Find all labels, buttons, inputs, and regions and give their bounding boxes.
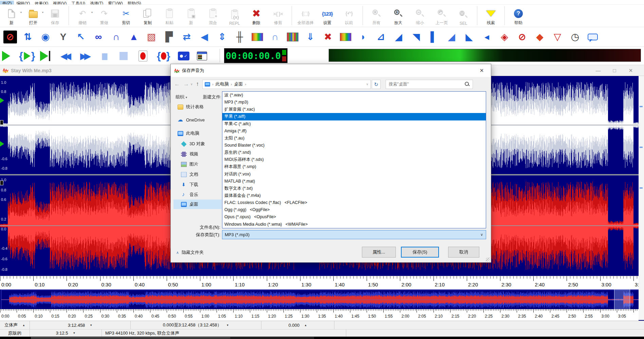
缩小-button[interactable]: −缩小: [409, 5, 431, 26]
save-button[interactable]: 保存(S): [401, 247, 439, 258]
forward-icon[interactable]: →: [183, 81, 189, 88]
record-button[interactable]: [139, 49, 147, 63]
format-option[interactable]: 苹果-C (*.aifc): [222, 120, 486, 128]
format-option[interactable]: MP3 (*.mp3): [222, 99, 486, 106]
dialog-titlebar[interactable]: 保存声音为: [171, 64, 491, 77]
split-down-icon[interactable]: ⇓: [301, 30, 319, 44]
pause-button[interactable]: ▮▮: [101, 49, 106, 63]
以前-button[interactable]: {↶}以前: [338, 5, 360, 26]
address-dropdown-icon[interactable]: ∨: [366, 82, 369, 86]
play-selection-button[interactable]: {}: [19, 49, 35, 63]
format-option[interactable]: 太阳 (*.au): [222, 135, 486, 142]
expand-vertical-icon[interactable]: ⇕: [213, 30, 231, 44]
status-cell[interactable]: 3:12.5▼: [30, 329, 102, 337]
bar-wave-icon[interactable]: ▌: [425, 30, 443, 44]
overview-ruler[interactable]: 0:000:050:100:150:200:250:300:350:400:45…: [0, 309, 639, 321]
x-wave-icon[interactable]: ✖: [319, 30, 337, 44]
arch-icon[interactable]: ∩: [107, 30, 125, 44]
hide-folders-button[interactable]: ∧ 隐藏文件夹: [176, 249, 204, 256]
menu-item-1[interactable]: 编辑(Y): [14, 1, 32, 5]
上一页-button[interactable]: ↶上一页: [431, 5, 453, 26]
color-grid-icon[interactable]: [284, 30, 301, 44]
search-input[interactable]: [386, 82, 464, 87]
refresh-icon[interactable]: ↻: [372, 80, 381, 89]
dropdown-arrow-icon[interactable]: ▾: [20, 11, 22, 14]
status-cell[interactable]: 3:12.458▼: [30, 321, 131, 329]
double-loop-icon[interactable]: ∞: [90, 30, 107, 44]
y-splitter-icon[interactable]: Y: [54, 30, 72, 44]
history-chevron-icon[interactable]: ∨: [190, 82, 193, 86]
control-properties-button[interactable]: [197, 49, 207, 63]
overview-selection-band[interactable]: [614, 289, 630, 309]
monitor-toggle[interactable]: ✓: [178, 49, 189, 63]
format-option[interactable]: Amiga (*.iff): [222, 128, 486, 135]
sidebar-item-folder[interactable]: 统计表格: [173, 102, 222, 112]
clock-icon[interactable]: ◷: [566, 30, 584, 44]
save-type-combobox[interactable]: MP3 (*.mp3) ∨: [222, 230, 486, 239]
所有-button[interactable]: ×所有: [366, 5, 387, 26]
crumb-this-pc[interactable]: 此电脑: [216, 81, 229, 87]
play-button[interactable]: [2, 49, 10, 63]
sidebar-item-computer[interactable]: 此电脑: [173, 129, 222, 138]
format-option[interactable]: Windows Media Audio (*.wma) <WMAFile>: [222, 221, 486, 228]
right-scroll-strip[interactable]: [639, 76, 644, 320]
format-option[interactable]: 对话的 (*.vox): [222, 171, 486, 178]
放大-button[interactable]: +放大: [387, 5, 409, 26]
status-cell[interactable]: 0.000▲: [261, 321, 334, 329]
打开-button[interactable]: ▾打开: [22, 5, 44, 26]
start-marker-top[interactable]: [0, 98, 4, 103]
线索-button[interactable]: 线索: [480, 5, 502, 26]
diamond-red-icon[interactable]: ◈: [496, 30, 513, 44]
gradient-box-icon[interactable]: [337, 30, 354, 44]
up-icon[interactable]: ↑: [196, 81, 199, 88]
粘贴-button[interactable]: 粘贴: [159, 5, 180, 26]
menu-item-5[interactable]: 选项(T): [88, 1, 106, 5]
speaker-small-icon[interactable]: ◂: [478, 30, 496, 44]
fast-forward-button[interactable]: ▶▶: [80, 49, 88, 63]
SEL-button[interactable]: {}SEL: [453, 5, 474, 26]
marker-handle-top[interactable]: [0, 120, 3, 125]
format-option[interactable]: 苹果 (*.aiff): [222, 113, 486, 120]
funnel-icon[interactable]: ▽: [549, 30, 566, 44]
back-icon[interactable]: ←: [174, 81, 180, 88]
重做-button[interactable]: ↷重做: [93, 5, 115, 26]
status-cell[interactable]: 立体声▲: [0, 321, 30, 329]
left-arrow-icon[interactable]: ◀: [196, 30, 213, 44]
stop-button[interactable]: [119, 49, 128, 63]
sidebar-item-picture[interactable]: 图片: [173, 159, 222, 169]
overview-waveform[interactable]: [1, 290, 639, 309]
organize-menu[interactable]: 组织 ▾: [176, 94, 187, 100]
rewind-button[interactable]: ◀◀: [60, 49, 69, 63]
status-spinner-icon[interactable]: ▼: [226, 324, 229, 327]
format-option[interactable]: MIDI乐器样本 (*.sds): [222, 156, 486, 163]
breadcrumb[interactable]: › 此电脑 › 桌面 › ∨: [202, 80, 371, 89]
menu-item-6[interactable]: 窗口(W): [106, 1, 125, 5]
menu-item-4[interactable]: 工具(U): [69, 1, 88, 5]
cancel-button[interactable]: 取消: [448, 247, 479, 258]
attributes-button[interactable]: 属性...: [362, 247, 396, 258]
status-spinner-icon[interactable]: ▼: [90, 324, 92, 327]
updown-arrows-icon[interactable]: ⇅: [19, 30, 37, 44]
format-option[interactable]: Opus (*.opus) <OpusFile>: [222, 213, 486, 221]
保存-button[interactable]: 保存: [44, 5, 66, 26]
format-option[interactable]: Ogg (*.ogg) <OggFile>: [222, 206, 486, 213]
剪切-button[interactable]: ✂剪切: [115, 5, 137, 26]
dropdown-arrow-icon[interactable]: ▾: [42, 11, 43, 14]
rainbow-bar-icon[interactable]: [249, 30, 266, 44]
sidebar-item-cube[interactable]: 3D 对象: [173, 139, 222, 149]
wave-eq-icon[interactable]: ◢: [443, 30, 460, 44]
wave-flag-icon[interactable]: ◥: [407, 30, 425, 44]
search-box[interactable]: [386, 80, 473, 89]
混合-button[interactable]: +混合: [202, 5, 224, 26]
format-option[interactable]: 数字文本 (*.txt): [222, 185, 486, 192]
color-chart-icon[interactable]: ▧: [143, 30, 160, 44]
new-folder-button[interactable]: 新建文件夹: [203, 94, 221, 100]
format-option[interactable]: FLAC: Lossless Codec (*.flac) <FLACFile>: [222, 199, 486, 206]
删除-button[interactable]: ✖删除: [245, 5, 267, 26]
wave-exclaim-icon[interactable]: ◣: [460, 30, 478, 44]
dropdown-arrow-icon[interactable]: ▾: [91, 11, 93, 14]
close-button[interactable]: ✕: [626, 67, 636, 75]
speech-block-icon[interactable]: ⊘: [513, 30, 531, 44]
menu-item-7[interactable]: 帮助(S): [125, 1, 144, 5]
sidebar-item-desktop[interactable]: 桌面: [173, 200, 222, 209]
